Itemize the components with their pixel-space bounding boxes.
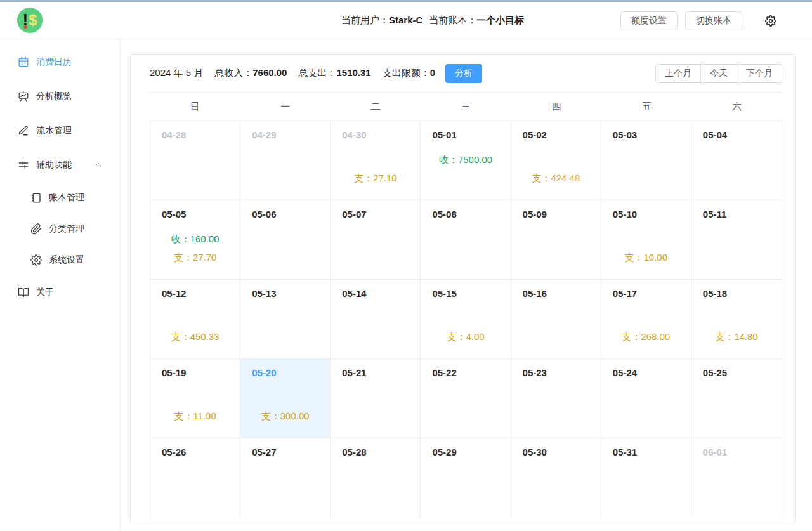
day-date-label: 05-25 (691, 359, 782, 378)
weekday-label: 日 (150, 93, 240, 121)
today-button[interactable]: 今天 (700, 64, 737, 83)
calendar-day-cell[interactable]: 05-20 支：300.00 (240, 359, 331, 438)
calendar-day-cell[interactable]: 05-29 (421, 438, 511, 518)
calendar-day-cell[interactable]: 05-04 (691, 121, 782, 200)
day-date-label: 05-21 (331, 359, 420, 378)
sidebar-item-consume-calendar[interactable]: 消费日历 (0, 45, 120, 79)
calendar-day-cell[interactable]: 05-22 (421, 359, 511, 438)
sidebar-item-ledger-management[interactable]: 账本管理 (0, 182, 120, 213)
day-date-label: 05-14 (331, 280, 420, 299)
total-income-value: 7660.00 (252, 67, 287, 78)
day-expense (150, 486, 240, 504)
day-expense (601, 486, 691, 504)
day-expense: 支：14.80 (691, 327, 782, 346)
calendar-day-cell[interactable]: 05-14 (331, 280, 421, 359)
sidebar-item-transactions[interactable]: 流水管理 (0, 114, 120, 148)
sidebar-item-category-management[interactable]: 分类管理 (0, 213, 120, 244)
quota-settings-button[interactable]: 额度设置 (620, 11, 678, 30)
day-expense (601, 407, 691, 425)
calendar-day-cell[interactable]: 04-30 支：27.10 (331, 121, 421, 200)
calendar-day-cell[interactable]: 05-07 (331, 200, 421, 280)
calendar-day-cell[interactable]: 05-23 (511, 359, 601, 438)
day-income (511, 468, 601, 486)
day-income (240, 309, 330, 327)
weekday-label: 二 (331, 93, 421, 121)
switch-ledger-button[interactable]: 切换账本 (685, 11, 742, 30)
day-expense (331, 486, 420, 504)
day-date-label: 05-04 (691, 121, 782, 140)
calendar-day-cell[interactable]: 05-30 (511, 438, 601, 518)
calendar-day-cell[interactable]: 04-28 (150, 121, 240, 200)
weekday-label: 五 (601, 93, 691, 121)
day-expense (691, 486, 782, 504)
calendar-day-cell[interactable]: 05-26 (150, 438, 240, 518)
day-date-label: 05-06 (240, 200, 330, 220)
calendar-day-cell[interactable]: 05-15 支：4.00 (421, 280, 511, 359)
sidebar-item-analysis-overview[interactable]: 分析概览 (0, 79, 120, 114)
next-month-button[interactable]: 下个月 (737, 64, 782, 83)
day-income (511, 230, 601, 248)
day-income (511, 309, 601, 327)
calendar-day-cell[interactable]: 04-29 (240, 121, 331, 200)
chevron-up-icon (95, 160, 102, 170)
pen-icon (18, 125, 29, 136)
prev-month-button[interactable]: 上个月 (655, 64, 701, 83)
calendar-day-cell[interactable]: 05-16 (511, 280, 601, 359)
weekday-label: 三 (421, 93, 511, 121)
calendar-day-cell[interactable]: 05-21 (331, 359, 421, 438)
day-income (511, 150, 601, 169)
day-income (331, 230, 420, 248)
sidebar-item-label: 辅助功能 (36, 159, 72, 171)
sidebar-item-about[interactable]: 关于 (0, 275, 120, 310)
calendar-day-cell[interactable]: 05-06 (240, 200, 331, 280)
calendar-day-cell[interactable]: 05-24 (601, 359, 691, 438)
calendar-day-cell[interactable]: 05-05 收：160.00 支：27.70 (150, 200, 240, 280)
day-income: 收：7500.00 (421, 150, 510, 169)
app-logo-icon: ! $ (17, 8, 43, 33)
calendar-day-cell[interactable]: 05-11 (691, 200, 782, 280)
calendar-day-cell[interactable]: 05-02 支：424.48 (511, 121, 601, 200)
calendar-day-cell[interactable]: 05-10 支：10.00 (601, 200, 691, 280)
sidebar-item-system-settings[interactable]: 系统设置 (0, 244, 120, 275)
calendar-day-cell[interactable]: 05-09 (511, 200, 601, 280)
weekday-header-row: 日 一 二 三 四 五 六 (150, 93, 782, 121)
calendar-day-cell[interactable]: 05-27 (240, 438, 331, 518)
day-date-label: 04-30 (331, 121, 420, 140)
day-expense (511, 407, 601, 425)
day-income (331, 388, 420, 407)
calendar-day-cell[interactable]: 05-18 支：14.80 (691, 280, 782, 359)
day-expense (691, 169, 782, 187)
day-expense (691, 248, 782, 266)
calendar-day-cell[interactable]: 05-13 (240, 280, 331, 359)
day-income (240, 468, 330, 486)
day-income (691, 309, 782, 327)
calendar-icon (18, 56, 29, 68)
calendar-day-cell[interactable]: 05-01 收：7500.00 (421, 121, 511, 200)
day-income (601, 309, 691, 327)
day-date-label: 05-15 (421, 280, 510, 299)
sidebar-item-label: 分析概览 (36, 91, 72, 102)
analyze-button[interactable]: 分析 (445, 64, 482, 83)
user-value: Stark-C (389, 15, 422, 25)
calendar-card: 2024 年 5 月 总收入：7660.00 总支出：1510.31 支出限额：… (130, 54, 796, 523)
calendar-day-cell[interactable]: 05-19 支：11.00 (150, 359, 240, 438)
day-date-label: 05-29 (421, 438, 510, 457)
calendar-day-cell[interactable]: 05-28 (331, 438, 421, 518)
calendar-day-cell[interactable]: 05-31 (601, 438, 691, 518)
calendar-day-cell[interactable]: 05-12 支：450.33 (150, 280, 240, 359)
day-expense (150, 169, 240, 187)
day-expense: 支：4.00 (421, 327, 510, 346)
day-expense (421, 248, 510, 266)
calendar-day-cell[interactable]: 05-25 (691, 359, 782, 438)
gear-icon[interactable] (765, 15, 776, 27)
day-date-label: 05-24 (601, 359, 691, 378)
calendar-day-cell[interactable]: 06-01 (691, 438, 782, 518)
calendar-day-cell[interactable]: 05-08 (421, 200, 511, 280)
sidebar: 消费日历 分析概览 流水管理 辅助功能 (0, 39, 121, 531)
calendar-day-cell[interactable]: 05-03 (601, 121, 691, 200)
sidebar-item-label: 消费日历 (36, 56, 72, 68)
calendar-day-cell[interactable]: 05-17 支：268.00 (601, 280, 691, 359)
day-expense: 支：450.33 (150, 327, 240, 346)
day-expense (331, 327, 420, 346)
sidebar-item-auxiliary[interactable]: 辅助功能 (0, 148, 120, 182)
